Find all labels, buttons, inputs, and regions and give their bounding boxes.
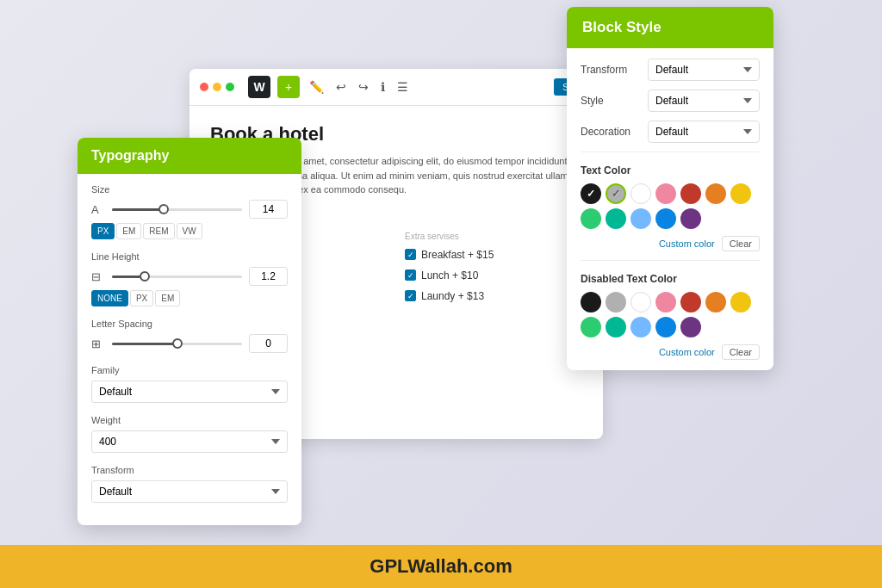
disabled-swatch-red[interactable] — [680, 292, 701, 313]
footer-bar: GPLWallah.com — [0, 545, 882, 588]
disabled-swatch-white[interactable] — [630, 292, 651, 313]
block-style-panel: Block Style Transform Default Style Defa… — [567, 7, 773, 370]
disabled-text-color-title: Disabled Text Color — [581, 273, 760, 285]
family-select[interactable]: Default — [91, 381, 288, 403]
color-swatch-light-green[interactable] — [581, 208, 601, 229]
unit-lh-px-button[interactable]: PX — [130, 290, 153, 306]
editor-toolbar: W + ✏️ ↩ ↪ ℹ ☰ Save — [189, 69, 603, 106]
info-icon[interactable]: ℹ — [378, 80, 388, 94]
list-item: ✓ Lunch + $10 — [405, 267, 582, 284]
main-background: W + ✏️ ↩ ↪ ℹ ☰ Save Book a hotel Lorem i… — [0, 0, 882, 545]
size-slider[interactable] — [112, 208, 242, 211]
list-item: ✓ Breakfast + $15 — [405, 246, 582, 263]
size-unit-buttons: PX EM REM VW — [91, 223, 288, 239]
transform-label: Transform — [91, 465, 288, 475]
color-swatch-purple[interactable] — [680, 208, 701, 229]
breakfast-label: Breakfast + $15 — [421, 249, 494, 261]
size-control: Size A PX EM REM VW — [91, 184, 288, 239]
undo-icon[interactable]: ↩ — [333, 80, 349, 94]
color-swatch-orange[interactable] — [705, 183, 726, 204]
footer-text: GPLWallah.com — [370, 555, 512, 578]
bs-decoration-select[interactable]: Default — [648, 121, 760, 143]
list-item: ✓ Laundy + $13 — [405, 288, 582, 305]
weight-label: Weight — [91, 415, 288, 425]
letter-spacing-label: Letter Spacing — [91, 319, 288, 329]
transform-row: Transform Default — [581, 59, 760, 81]
color-swatch-pink[interactable] — [655, 183, 676, 204]
typography-title: Typography — [91, 148, 169, 163]
letter-spacing-input[interactable] — [249, 334, 288, 353]
col2-label: Extra servises — [405, 232, 582, 241]
disabled-clear-button[interactable]: Clear — [722, 344, 760, 360]
block-style-title: Block Style — [582, 19, 662, 35]
wordpress-logo: W — [248, 76, 270, 98]
text-color-grid: ✓ — [581, 183, 760, 229]
letter-spacing-icon: ⊞ — [91, 337, 105, 350]
color-swatch-yellow[interactable] — [730, 183, 751, 204]
brush-icon: ✏️ — [307, 80, 326, 94]
checkbox-laundry[interactable]: ✓ — [405, 290, 416, 301]
unit-vw-button[interactable]: VW — [177, 223, 202, 239]
decoration-row: Decoration Default — [581, 121, 760, 143]
weight-control: Weight 400 — [91, 415, 288, 453]
line-height-control: Line Height ⊟ NONE PX EM — [91, 251, 288, 306]
line-height-slider[interactable] — [112, 275, 242, 278]
color-swatch-light-blue[interactable] — [630, 208, 651, 229]
laundry-label: Laundy + $13 — [421, 290, 484, 302]
custom-color-link[interactable]: Custom color — [659, 238, 715, 249]
block-style-body: Transform Default Style Default Decorati… — [567, 48, 773, 370]
transform-control: Transform Default — [91, 465, 288, 503]
unit-rem-button[interactable]: REM — [143, 223, 174, 239]
unit-none-button[interactable]: NONE — [91, 290, 128, 306]
line-height-input[interactable] — [249, 267, 288, 286]
disabled-swatch-purple[interactable] — [680, 317, 701, 337]
line-height-icon: ⊟ — [91, 270, 105, 283]
size-input[interactable] — [249, 200, 288, 219]
list-view-icon[interactable]: ☰ — [394, 80, 411, 94]
typography-panel-header: Typography — [78, 138, 301, 174]
unit-px-button[interactable]: PX — [91, 223, 115, 239]
size-slider-row: A — [91, 200, 288, 219]
line-height-label: Line Height — [91, 251, 288, 262]
weight-select[interactable]: 400 — [91, 430, 288, 453]
size-label: Size — [91, 184, 288, 195]
color-swatch-gray[interactable]: ✓ — [606, 183, 626, 204]
bs-transform-select[interactable]: Default — [648, 59, 760, 81]
color-swatch-red[interactable] — [680, 183, 701, 204]
bs-style-select[interactable]: Default — [648, 90, 760, 112]
add-block-button[interactable]: + — [277, 76, 300, 98]
disabled-custom-color-link[interactable]: Custom color — [659, 347, 715, 357]
color-swatch-black[interactable] — [581, 183, 601, 204]
lunch-label: Lunch + $10 — [421, 269, 478, 282]
transform-select[interactable]: Default — [91, 480, 288, 503]
disabled-swatch-light-green[interactable] — [581, 317, 601, 337]
color-swatch-green[interactable] — [606, 208, 626, 229]
family-control: Family Default — [91, 365, 288, 403]
text-color-title: Text Color — [581, 164, 760, 176]
checkbox-lunch[interactable]: ✓ — [405, 269, 416, 281]
traffic-light-red — [200, 83, 208, 91]
disabled-swatch-yellow[interactable] — [730, 292, 751, 313]
checkbox-breakfast[interactable]: ✓ — [405, 249, 416, 260]
disabled-color-grid — [581, 292, 760, 337]
letter-spacing-slider[interactable] — [112, 343, 242, 345]
unit-em-button[interactable]: EM — [116, 223, 141, 239]
disabled-swatch-black[interactable] — [581, 292, 601, 313]
disabled-swatch-light-blue[interactable] — [630, 317, 651, 337]
disabled-swatch-green[interactable] — [606, 317, 626, 337]
color-swatch-blue[interactable] — [655, 208, 676, 229]
clear-color-button[interactable]: Clear — [722, 236, 760, 251]
unit-lh-em-button[interactable]: EM — [155, 290, 180, 306]
disabled-swatch-gray[interactable] — [606, 292, 626, 313]
traffic-light-yellow — [213, 83, 221, 91]
disabled-swatch-blue[interactable] — [655, 317, 676, 337]
text-color-actions: Custom color Clear — [581, 236, 760, 251]
bs-decoration-label: Decoration — [581, 126, 630, 138]
traffic-light-green — [226, 83, 234, 91]
color-swatch-white[interactable] — [630, 183, 651, 204]
disabled-swatch-orange[interactable] — [705, 292, 726, 313]
traffic-lights — [200, 83, 234, 91]
redo-icon[interactable]: ↪ — [356, 80, 371, 94]
bs-style-label: Style — [581, 95, 604, 107]
disabled-swatch-pink[interactable] — [655, 292, 676, 313]
